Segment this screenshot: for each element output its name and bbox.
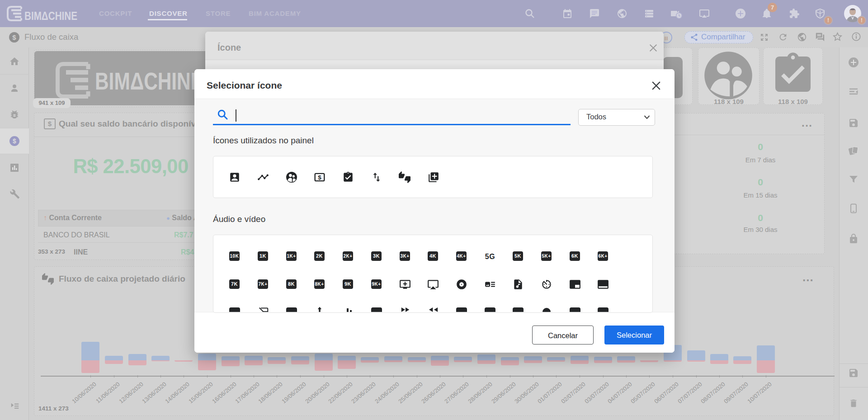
svg-text:BIMΔCHINE: BIMΔCHINE <box>24 9 77 21</box>
svg-text:$: $ <box>318 174 321 181</box>
svg-text:BIMΔCHINE: BIMΔCHINE <box>95 67 203 94</box>
svg-text:$: $ <box>13 137 16 145</box>
